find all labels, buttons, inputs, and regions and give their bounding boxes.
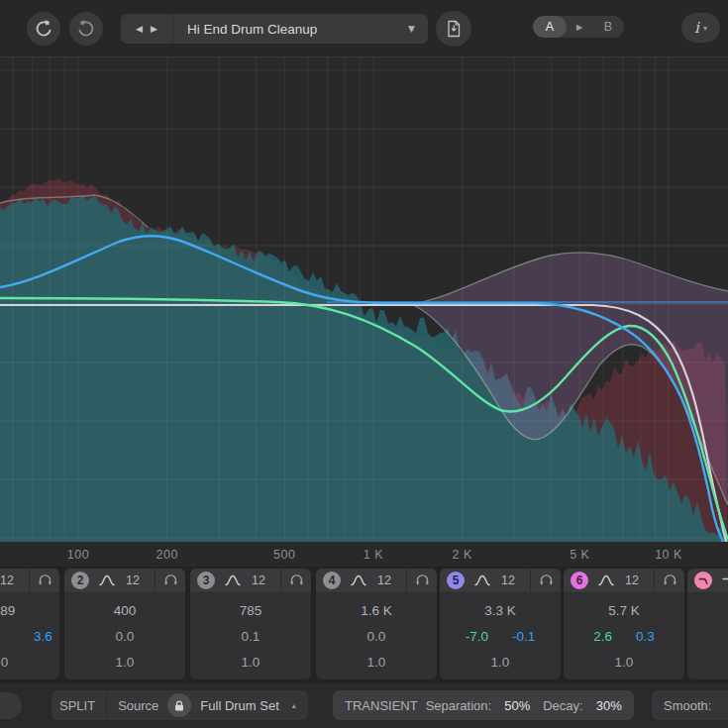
band-frequency-value[interactable]: 3.3 K	[440, 603, 561, 621]
eq-curves-canvas[interactable]	[0, 57, 728, 542]
band-number: 3	[203, 573, 210, 587]
band-slope[interactable]: 12	[625, 573, 639, 587]
band-header: 3 12	[190, 569, 311, 593]
ab-a-button[interactable]: A	[533, 16, 567, 38]
save-preset-button[interactable]	[436, 11, 471, 47]
band-slope[interactable]: 12	[252, 573, 265, 587]
band-gain-sustain[interactable]: 3.6	[34, 629, 52, 644]
filter-type-icon[interactable]	[474, 574, 490, 586]
band-number-badge[interactable]: 4	[323, 572, 341, 589]
separation-value[interactable]: 50%	[504, 698, 530, 713]
eq-display[interactable]: 1002005001 K2 K5 K10 K	[0, 57, 728, 567]
band-solo-button[interactable]	[654, 569, 684, 591]
band-gain-values[interactable]: 0.1	[190, 629, 311, 647]
band-gain[interactable]: 0.0	[64, 629, 185, 644]
band-slope[interactable]: 12	[0, 573, 14, 587]
split-toggle[interactable]: SPLIT	[59, 698, 95, 713]
band-solo-button[interactable]	[406, 569, 437, 591]
bypass-pill[interactable]	[0, 692, 22, 719]
band-q-value[interactable]: 1.0	[190, 655, 311, 670]
bottom-toolbar: SPLIT Source Full Drum Set ▴ TRANSIENT S…	[0, 683, 728, 728]
band-q-value[interactable]: 1.0	[564, 655, 684, 670]
band-number: 5	[453, 573, 460, 587]
band-slope[interactable]: 12	[377, 573, 391, 587]
band-panel[interactable]: 1 12 189 3.6 1.0	[0, 569, 59, 679]
preset-selector: ◀ ▶ Hi End Drum Cleanup ▼	[121, 14, 428, 44]
band-gain-values[interactable]	[687, 629, 728, 647]
band-number-badge[interactable]: 6	[571, 572, 588, 589]
info-menu-button[interactable]: i ▾	[681, 13, 720, 43]
filter-type-icon[interactable]	[722, 574, 728, 586]
preset-dropdown-icon[interactable]: ▼	[408, 24, 428, 34]
band-frequency-value[interactable]: 5.7 K	[564, 603, 684, 621]
band-frequency-value[interactable]: 785	[190, 603, 311, 621]
source-value-dropdown[interactable]: Full Drum Set	[200, 698, 278, 713]
band-q-value[interactable]: 1.0	[64, 655, 185, 670]
band-gain-transient[interactable]: -7.0	[466, 629, 488, 644]
band-number: 4	[329, 573, 336, 587]
band-header: 1 12	[0, 569, 59, 593]
separation-label: Separation:	[426, 698, 492, 713]
band-panel[interactable]: 3 12 785 0.1 1.0	[190, 569, 311, 679]
band-gain-transient[interactable]: 2.6	[593, 629, 612, 644]
band-solo-button[interactable]	[530, 569, 561, 591]
band-frequency-value[interactable]	[687, 603, 728, 621]
preset-prev-button[interactable]: ◀	[136, 24, 143, 34]
band-slope[interactable]: 12	[126, 573, 140, 587]
band-gain[interactable]: 0.0	[316, 629, 437, 644]
band-panel[interactable]	[687, 569, 728, 679]
band-gain-sustain[interactable]: -0.1	[512, 629, 535, 644]
redo-button[interactable]	[69, 12, 103, 46]
band-solo-button[interactable]	[29, 569, 59, 591]
freq-tick-label: 500	[273, 548, 295, 562]
band-panel[interactable]: 2 12 400 0.0 1.0	[64, 569, 185, 679]
source-lock-button[interactable]	[167, 693, 191, 717]
band-number-badge[interactable]	[694, 572, 712, 589]
band-frequency-value[interactable]: 189	[0, 603, 64, 621]
band-gain-sustain[interactable]: 0.3	[636, 629, 655, 644]
preset-name[interactable]: Hi End Drum Cleanup	[173, 22, 408, 37]
band-q-value[interactable]: 1.0	[0, 655, 59, 670]
band-frequency-value[interactable]: 1.6 K	[316, 603, 437, 621]
band-panel[interactable]: 6 12 5.7 K 2.6 0.3 1.0	[564, 569, 684, 679]
band-gain-values[interactable]: 3.6	[0, 629, 59, 647]
band-strip: 1 12 189 3.6 1.0	[0, 567, 728, 683]
freq-tick-label: 10 K	[655, 548, 682, 562]
redo-icon	[76, 19, 96, 39]
save-preset-icon	[443, 18, 465, 40]
highcut-filter-icon	[696, 573, 710, 587]
filter-type-icon[interactable]	[351, 574, 366, 586]
source-section: SPLIT Source Full Drum Set ▴	[52, 690, 308, 720]
divider	[106, 690, 107, 720]
band-gain-values[interactable]: 0.0	[64, 629, 185, 647]
ab-b-button[interactable]: B	[592, 16, 624, 38]
band-gain-values[interactable]: 2.6 0.3	[564, 629, 684, 647]
ab-copy-icon[interactable]: ▶	[567, 16, 592, 38]
band-number-badge[interactable]: 3	[197, 572, 215, 589]
band-q-value[interactable]: 1.0	[316, 655, 437, 670]
band-number-badge[interactable]: 2	[71, 572, 89, 589]
band-gain-values[interactable]: 0.0	[316, 629, 437, 647]
band-panel[interactable]: 5 12 3.3 K -7.0 -0.1 1.0	[440, 569, 561, 679]
band-solo-button[interactable]	[155, 569, 185, 591]
ab-compare-group: A ▶ B	[533, 16, 624, 38]
decay-value[interactable]: 30%	[596, 698, 622, 713]
band-panel[interactable]: 4 12 1.6 K 0.0 1.0	[316, 569, 437, 679]
band-solo-button[interactable]	[280, 569, 311, 591]
band-slope[interactable]: 12	[501, 573, 515, 587]
band-gain-values[interactable]: -7.0 -0.1	[440, 629, 561, 647]
band-q-value[interactable]: 1.0	[440, 655, 561, 670]
filter-type-icon[interactable]	[99, 574, 115, 586]
headphones-icon	[290, 574, 303, 585]
band-gain[interactable]: 0.1	[190, 629, 311, 644]
freq-tick-label: 5 K	[570, 548, 589, 562]
band-number-badge[interactable]: 5	[447, 572, 465, 589]
preset-next-button[interactable]: ▶	[151, 24, 157, 34]
band-frequency-value[interactable]: 400	[64, 603, 185, 621]
filter-type-icon[interactable]	[225, 574, 241, 586]
filter-type-icon[interactable]	[598, 574, 614, 586]
freq-tick-label: 200	[156, 548, 178, 562]
smooth-section: Smooth:	[652, 690, 728, 720]
source-caret-icon[interactable]: ▴	[292, 701, 296, 710]
undo-button[interactable]	[27, 12, 60, 46]
